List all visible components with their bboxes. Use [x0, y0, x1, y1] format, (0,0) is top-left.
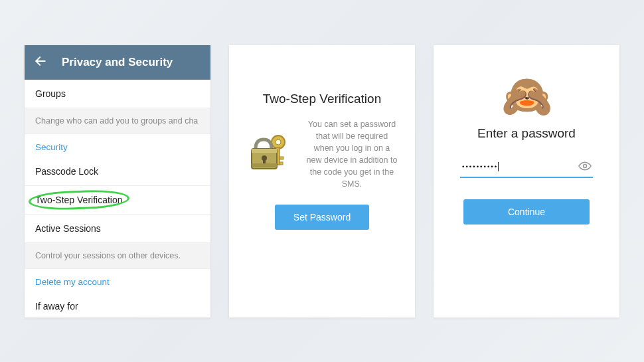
sessions-hint: Control your sessions on other devices. [25, 243, 210, 269]
two-step-desc: You can set a password that will be requ… [306, 118, 398, 191]
privacy-security-panel: Privacy and Security Groups Change who c… [25, 45, 210, 317]
enter-password-panel: 🙈 Enter a password •••••••••• Continue [434, 45, 619, 317]
groups-row[interactable]: Groups [25, 80, 210, 108]
delete-section-label: Delete my account [25, 269, 210, 292]
two-step-info-panel: Two-Step Verification You can set a pass… [229, 45, 415, 317]
if-away-row[interactable]: If away for [25, 292, 210, 317]
svg-rect-5 [280, 162, 283, 165]
back-icon[interactable] [34, 54, 47, 70]
monkey-see-no-evil-icon: 🙈 [501, 76, 552, 117]
svg-rect-7 [252, 149, 277, 153]
password-mask: •••••••••• [461, 163, 497, 170]
continue-button[interactable]: Continue [463, 199, 590, 225]
header-title: Privacy and Security [62, 56, 173, 69]
svg-rect-10 [263, 158, 266, 163]
two-step-row[interactable]: Two-Step Verification [25, 186, 210, 215]
show-password-icon[interactable] [578, 159, 592, 175]
active-sessions-row[interactable]: Active Sessions [25, 215, 210, 243]
lock-desc-row: You can set a password that will be requ… [246, 118, 398, 191]
svg-rect-8 [252, 163, 277, 167]
header-bar: Privacy and Security [25, 45, 210, 80]
groups-hint: Change who can add you to groups and cha [25, 108, 210, 134]
passcode-lock-row[interactable]: Passcode Lock [25, 157, 210, 186]
svg-point-11 [584, 164, 587, 167]
enter-password-title: Enter a password [477, 126, 576, 141]
two-step-title: Two-Step Verification [263, 92, 381, 106]
password-input-wrap[interactable]: •••••••••• [460, 157, 593, 178]
svg-point-2 [276, 139, 281, 145]
two-step-label: Two-Step Verification [35, 195, 123, 205]
security-section-label: Security [25, 134, 210, 157]
set-password-button[interactable]: Set Password [275, 205, 369, 230]
text-caret [498, 162, 499, 171]
svg-rect-4 [280, 157, 283, 159]
padlock-key-icon [246, 129, 294, 179]
